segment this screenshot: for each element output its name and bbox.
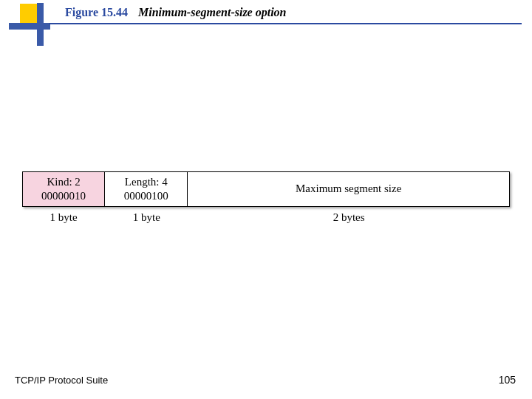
field-kind-label: Kind: 2 — [23, 175, 104, 189]
caption-length: 1 byte — [105, 211, 188, 224]
logo-yellow-square — [19, 3, 38, 24]
option-format-diagram: Kind: 2 00000010 Length: 4 00000100 Maxi… — [22, 171, 510, 224]
field-mss: Maximum segment size — [188, 171, 510, 207]
page-number: 105 — [499, 374, 516, 386]
field-length: Length: 4 00000100 — [105, 171, 188, 207]
field-captions: 1 byte 1 byte 2 bytes — [22, 211, 510, 224]
field-kind: Kind: 2 00000010 — [22, 171, 105, 207]
caption-kind: 1 byte — [22, 211, 105, 224]
figure-number: Figure 15.44 — [65, 6, 128, 18]
field-row: Kind: 2 00000010 Length: 4 00000100 Maxi… — [22, 171, 510, 207]
logo-horizontal-bar — [9, 23, 50, 30]
footer-text: TCP/IP Protocol Suite — [15, 375, 108, 386]
title-underline — [49, 23, 522, 24]
field-mss-label: Maximum segment size — [296, 182, 401, 196]
field-length-label: Length: 4 — [105, 175, 187, 189]
figure-title: Figure 15.44 Minimum-segment-size option — [65, 6, 287, 19]
caption-mss: 2 bytes — [188, 211, 510, 224]
field-length-bits: 00000100 — [105, 189, 187, 203]
field-kind-bits: 00000010 — [23, 189, 104, 203]
logo-vertical-bar — [37, 3, 44, 46]
slide-logo — [9, 3, 44, 46]
figure-caption: Minimum-segment-size option — [138, 6, 286, 18]
